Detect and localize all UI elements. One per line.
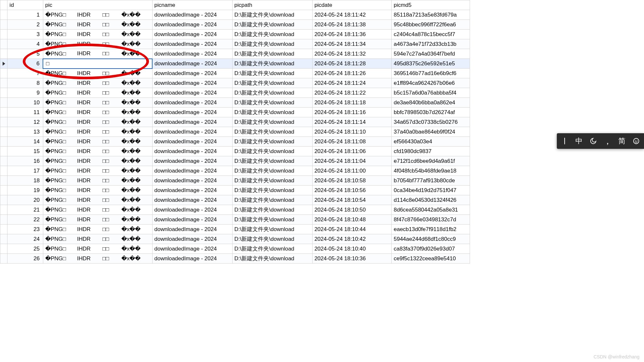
ime-smiley-icon[interactable] [632,136,641,146]
cell-picmd5[interactable]: 495d8375c26e592e51e5 [392,59,470,69]
cell-picpath[interactable]: D:\新建文件夹\download [232,98,312,108]
table-row[interactable]: 4�PNG□IHDR□□�x��downloadedImage - 2024D:… [0,39,470,49]
cell-pic[interactable]: �PNG□IHDR□□�x�� [43,30,152,39]
cell-picname[interactable]: downloadedImage - 2024 [152,195,232,205]
ime-chinese-mode[interactable]: 中 [574,136,584,146]
cell-id[interactable]: 18 [7,176,43,186]
cell-picmd5[interactable]: ca83fa370f9d026e93d07 [392,244,470,254]
cell-picdate[interactable]: 2024-05-24 18:11:14 [312,117,392,127]
cell-picmd5[interactable]: b5c157a6d0a76abbba5f4 [392,88,470,98]
cell-picmd5[interactable]: d114c8e04530d1324f426 [392,195,470,205]
cell-pic[interactable] [43,59,152,69]
cell-picpath[interactable]: D:\新建文件夹\download [232,166,312,176]
table-row[interactable]: 3�PNG□IHDR□□�x��downloadedImage - 2024D:… [0,30,470,39]
cell-pic[interactable]: �PNG□IHDR□□�x�� [43,176,152,186]
cell-pic[interactable]: �PNG□IHDR□□�x�� [43,39,152,49]
cell-id[interactable]: 4 [7,39,43,49]
cell-picname[interactable]: downloadedImage - 2024 [152,49,232,59]
pic-edit-input[interactable] [43,59,152,68]
header-pic[interactable]: pic [43,0,152,10]
cell-id[interactable]: 3 [7,30,43,39]
cell-picname[interactable]: downloadedImage - 2024 [152,20,232,30]
cell-picname[interactable]: downloadedImage - 2024 [152,108,232,117]
header-picpath[interactable]: picpath [232,0,312,10]
cell-id[interactable]: 22 [7,215,43,225]
ime-toolbar[interactable]: 中 ， 简 [557,133,644,149]
cell-id[interactable]: 13 [7,127,43,137]
cell-picname[interactable]: downloadedImage - 2024 [152,88,232,98]
cell-id[interactable]: 6 [7,59,43,69]
cell-picdate[interactable]: 2024-05-24 18:11:24 [312,78,392,88]
table-row[interactable]: 9�PNG□IHDR□□�x��downloadedImage - 2024D:… [0,88,470,98]
cell-picpath[interactable]: D:\新建文件夹\download [232,59,312,69]
cell-picname[interactable]: downloadedImage - 2024 [152,39,232,49]
cell-id[interactable]: 24 [7,234,43,244]
table-row[interactable]: 1�PNG□IHDR□□�x��downloadedImage - 2024D:… [0,10,470,20]
cell-picpath[interactable]: D:\新建文件夹\download [232,108,312,117]
cell-picdate[interactable]: 2024-05-24 18:10:36 [312,254,392,264]
cell-picmd5[interactable]: 85118a7213a5e83fd679a [392,10,470,20]
cell-pic[interactable]: �PNG□IHDR□□�x�� [43,215,152,225]
cell-picpath[interactable]: D:\新建文件夹\download [232,127,312,137]
cell-id[interactable]: 16 [7,156,43,166]
header-id[interactable]: id [7,0,43,10]
cell-id[interactable]: 17 [7,166,43,176]
cell-pic[interactable]: �PNG□IHDR□□�x�� [43,78,152,88]
cell-picname[interactable]: downloadedImage - 2024 [152,78,232,88]
cell-picdate[interactable]: 2024-05-24 18:10:40 [312,244,392,254]
cell-picdate[interactable]: 2024-05-24 18:11:28 [312,59,392,69]
cell-picpath[interactable]: D:\新建文件夹\download [232,186,312,195]
cell-picpath[interactable]: D:\新建文件夹\download [232,176,312,186]
table-row[interactable]: 25�PNG□IHDR□□�x��downloadedImage - 2024D… [0,244,470,254]
cell-picpath[interactable]: D:\新建文件夹\download [232,49,312,59]
cell-picdate[interactable]: 2024-05-24 18:10:58 [312,176,392,186]
cell-picmd5[interactable]: 8d6cea5580442a05a8e31 [392,205,470,215]
table-row[interactable]: 2�PNG□IHDR□□�x��downloadedImage - 2024D:… [0,20,470,30]
cell-picname[interactable]: downloadedImage - 2024 [152,176,232,186]
cell-picdate[interactable]: 2024-05-24 18:11:18 [312,98,392,108]
cell-picmd5[interactable]: e1ff894ca9624267b06e6 [392,78,470,88]
cell-id[interactable]: 25 [7,244,43,254]
cell-pic[interactable]: �PNG□IHDR□□�x�� [43,147,152,156]
cell-id[interactable]: 2 [7,20,43,30]
cell-picmd5[interactable]: 5944ae244d68df1c80cc9 [392,234,470,244]
cell-picdate[interactable]: 2024-05-24 18:11:34 [312,39,392,49]
cell-picpath[interactable]: D:\新建文件夹\download [232,39,312,49]
cell-id[interactable]: 14 [7,137,43,147]
cell-pic[interactable]: �PNG□IHDR□□�x�� [43,244,152,254]
cell-picmd5[interactable]: e712f1cd6bee9d4a9a61f [392,156,470,166]
cell-picmd5[interactable]: 34a657d3c07338c5b0276 [392,117,470,127]
ime-cursor-icon[interactable] [560,136,569,146]
cell-picmd5[interactable]: 8f47c8766e03498132c7d [392,215,470,225]
cell-picpath[interactable]: D:\新建文件夹\download [232,244,312,254]
cell-picpath[interactable]: D:\新建文件夹\download [232,205,312,215]
cell-picpath[interactable]: D:\新建文件夹\download [232,147,312,156]
cell-id[interactable]: 15 [7,147,43,156]
cell-picname[interactable]: downloadedImage - 2024 [152,98,232,108]
cell-picname[interactable]: downloadedImage - 2024 [152,254,232,264]
cell-picname[interactable]: downloadedImage - 2024 [152,244,232,254]
cell-id[interactable]: 10 [7,98,43,108]
cell-pic[interactable]: �PNG□IHDR□□�x�� [43,20,152,30]
table-row[interactable]: 7�PNG□IHDR□□�x��downloadedImage - 2024D:… [0,69,470,78]
cell-picname[interactable]: downloadedImage - 2024 [152,69,232,78]
cell-picmd5[interactable]: 4f048fcb54b468fde9ae18 [392,166,470,176]
cell-pic[interactable]: �PNG□IHDR□□�x�� [43,234,152,244]
cell-pic[interactable]: �PNG□IHDR□□�x�� [43,98,152,108]
cell-pic[interactable]: �PNG□IHDR□□�x�� [43,166,152,176]
cell-picmd5[interactable]: 95c48bbec996ff722f6ea6 [392,20,470,30]
cell-picmd5[interactable]: 594e7c27a4a0364f7befd [392,49,470,59]
cell-id[interactable]: 23 [7,225,43,234]
cell-pic[interactable]: �PNG□IHDR□□�x�� [43,186,152,195]
table-row[interactable]: 18�PNG□IHDR□□�x��downloadedImage - 2024D… [0,176,470,186]
cell-picpath[interactable]: D:\新建文件夹\download [232,156,312,166]
cell-picmd5[interactable]: cfd1980dc9837 [392,147,470,156]
table-row[interactable]: 20�PNG□IHDR□□�x��downloadedImage - 2024D… [0,195,470,205]
cell-picpath[interactable]: D:\新建文件夹\download [232,69,312,78]
cell-id[interactable]: 20 [7,195,43,205]
cell-id[interactable]: 8 [7,78,43,88]
cell-pic[interactable]: �PNG□IHDR□□�x�� [43,117,152,127]
cell-id[interactable]: 1 [7,10,43,20]
cell-picdate[interactable]: 2024-05-24 18:10:54 [312,195,392,205]
cell-picpath[interactable]: D:\新建文件夹\download [232,234,312,244]
